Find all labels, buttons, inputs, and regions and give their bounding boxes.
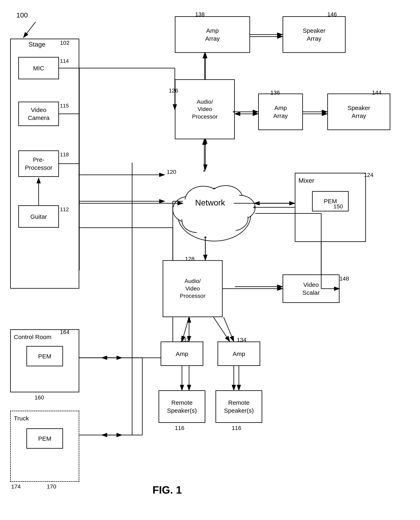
ref-116b: 116: [232, 425, 241, 431]
svg-point-7: [216, 207, 248, 231]
ref-146: 146: [327, 11, 337, 18]
ref-128: 128: [185, 256, 195, 262]
mic-label: MIC: [33, 64, 44, 72]
svg-point-15: [184, 211, 210, 230]
avp-128-label: Audio/ Video Processor: [180, 277, 205, 300]
svg-point-2: [178, 188, 251, 241]
svg-marker-53: [253, 206, 255, 209]
ref-138: 138: [195, 11, 205, 18]
amp-132-label: Amp: [176, 350, 188, 358]
remote-speaker-116a-box: Remote Speaker(s): [158, 390, 205, 423]
mixer-label: Mixer: [299, 177, 314, 185]
control-room-box: Control Room PEM: [10, 329, 79, 392]
ref-120: 120: [167, 169, 176, 175]
ref-124: 124: [364, 172, 374, 178]
stage-label: Stage: [29, 41, 45, 48]
video-scalar-label: Video Scalar: [302, 281, 320, 297]
svg-line-16: [23, 22, 36, 37]
avp-126-label: Audio/ Video Processor: [192, 98, 218, 120]
svg-point-8: [182, 209, 212, 233]
truck-box: Truck PEM: [10, 411, 79, 482]
ref-112: 112: [60, 206, 69, 213]
ref-118: 118: [60, 151, 69, 158]
remote-speaker-116a-label: Remote Speaker(s): [167, 399, 197, 415]
amp-134-label: Amp: [232, 350, 245, 358]
video-scalar-box: Video Scalar: [283, 275, 339, 303]
speaker-array-144-box: Speaker Array: [327, 94, 390, 130]
ref-132: 132: [180, 337, 189, 343]
avp-128-box: Audio/ Video Processor: [163, 260, 223, 317]
ref-148: 148: [339, 275, 349, 282]
ref-114: 114: [60, 58, 69, 64]
pem-truck-box: PEM: [26, 428, 63, 449]
ref-115: 115: [60, 103, 69, 109]
remote-speaker-116b-label: Remote Speaker(s): [224, 399, 254, 415]
svg-marker-58: [188, 317, 190, 319]
pem-control-box: PEM: [26, 346, 63, 366]
truck-label: Truck: [14, 414, 29, 422]
ref-134: 134: [237, 337, 246, 343]
ref-136: 136: [270, 89, 280, 96]
amp-array-136-label: Amp Array: [273, 104, 288, 120]
ref-102: 102: [60, 40, 69, 46]
remote-speaker-116b-box: Remote Speaker(s): [216, 390, 262, 423]
pem-truck-label: PEM: [38, 435, 51, 443]
ref-174: 174: [11, 483, 21, 490]
speaker-array-144-label: Speaker Array: [347, 104, 370, 120]
pre-processor-box: Pre- Processor: [18, 150, 59, 177]
svg-point-9: [181, 189, 248, 236]
svg-point-6: [225, 195, 255, 220]
mixer-box: Mixer PEM: [295, 173, 366, 242]
speaker-array-146-label: Speaker Array: [303, 27, 325, 43]
amp-132-box: Amp: [161, 342, 203, 366]
pem-control-label: PEM: [38, 352, 51, 360]
pre-processor-label: Pre- Processor: [25, 156, 52, 171]
video-camera-label: Video Camera: [28, 106, 50, 122]
svg-line-59: [213, 317, 230, 342]
ref-116a: 116: [175, 425, 184, 431]
svg-line-29: [224, 317, 234, 342]
svg-marker-55: [204, 237, 207, 238]
pem-mixer-box: PEM: [312, 191, 349, 211]
network-label: Network: [195, 198, 225, 207]
svg-point-13: [227, 198, 253, 219]
amp-array-136-box: Amp Array: [258, 94, 303, 130]
figure-label: FIG. 1: [152, 484, 182, 496]
amp-134-box: Amp: [218, 342, 260, 366]
ref-100: 100: [16, 11, 28, 19]
ref-164: 164: [60, 329, 69, 335]
ref-170: 170: [47, 483, 56, 490]
avp-126-box: Audio/ Video Processor: [175, 79, 235, 139]
guitar-box: Guitar: [18, 205, 59, 228]
svg-point-14: [218, 208, 246, 229]
ref-126: 126: [169, 87, 178, 94]
mic-box: MIC: [18, 57, 59, 79]
amp-array-138-box: Amp Array: [175, 16, 250, 53]
video-camera-box: Video Camera: [18, 102, 59, 126]
amp-array-138-label: Amp Array: [205, 27, 220, 43]
guitar-label: Guitar: [30, 213, 47, 221]
control-room-label: Control Room: [14, 333, 52, 341]
ref-160: 160: [35, 394, 44, 401]
speaker-array-146-box: Speaker Array: [283, 16, 345, 53]
svg-marker-76: [203, 170, 206, 171]
ref-150: 150: [333, 203, 343, 210]
ref-144: 144: [372, 89, 382, 96]
